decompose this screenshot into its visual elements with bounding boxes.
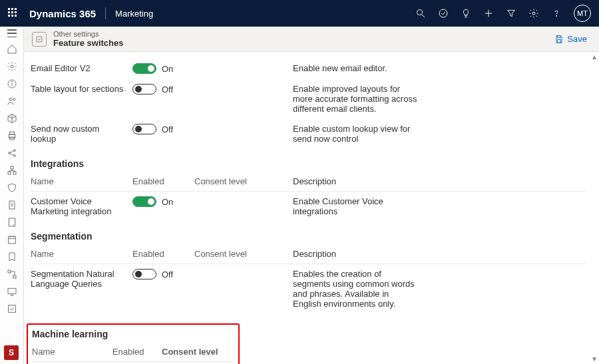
gear-icon[interactable]	[528, 8, 539, 19]
sidebar-app-badge[interactable]: S	[4, 345, 19, 360]
feature-description: Enable new email editor.	[293, 63, 419, 73]
feature-name: Table layout for sections	[31, 84, 127, 94]
feature-toggle[interactable]	[132, 84, 156, 94]
svg-line-19	[10, 151, 13, 153]
scroll-down-icon[interactable]: ▼	[591, 354, 598, 364]
page-title: Feature switches	[53, 38, 124, 48]
user-avatar[interactable]: MT	[574, 5, 591, 22]
feature-switches-icon	[32, 32, 47, 47]
info-icon[interactable]	[7, 79, 17, 89]
toggle-state-label: On	[162, 64, 173, 74]
toggle-state-label: Off	[162, 124, 173, 134]
svg-rect-23	[13, 172, 16, 174]
svg-point-11	[9, 98, 12, 100]
product-name: Dynamics 365	[29, 8, 96, 19]
feature-toggle[interactable]	[132, 63, 156, 74]
toggle-state-label: On	[162, 197, 173, 207]
search-icon[interactable]	[415, 8, 426, 19]
settings-icon[interactable]	[7, 61, 17, 72]
svg-point-7	[11, 65, 13, 68]
app-launcher-icon[interactable]	[8, 8, 19, 19]
shield-icon[interactable]	[7, 182, 17, 193]
feature-description: Enable improved layouts for more accurat…	[293, 84, 419, 114]
svg-point-12	[13, 98, 15, 100]
share-icon[interactable]	[7, 148, 17, 158]
feature-description: Enables the creation of segments using c…	[293, 269, 419, 309]
page-header: Other settings Feature switches Save	[24, 27, 599, 52]
column-headers: Name Enabled Consent level Description	[31, 244, 586, 264]
svg-rect-37	[8, 288, 16, 293]
breadcrumb: Other settings	[53, 30, 124, 38]
feature-toggle[interactable]	[132, 196, 156, 207]
svg-rect-41	[37, 37, 42, 42]
svg-rect-15	[9, 137, 14, 140]
module-name: Marketing	[115, 9, 153, 19]
svg-rect-42	[558, 35, 561, 37]
monitor-icon[interactable]	[7, 286, 17, 297]
feature-row: Email Editor V2 On Enable new email edit…	[31, 59, 586, 79]
save-label: Save	[567, 34, 587, 44]
feature-toggle[interactable]	[132, 124, 156, 134]
svg-rect-31	[8, 236, 15, 244]
feature-name: Email Editor V2	[31, 63, 127, 73]
feature-name: Customer Voice Marketing integration	[31, 196, 127, 216]
svg-line-20	[10, 154, 13, 156]
topbar-divider	[105, 7, 106, 19]
column-headers: Name Enabled Consent level Description	[31, 172, 586, 192]
people-icon[interactable]	[7, 96, 17, 106]
svg-rect-43	[558, 39, 561, 43]
svg-point-18	[13, 155, 15, 157]
form-icon[interactable]	[7, 217, 17, 228]
scrollbar[interactable]: ▲ ▼	[590, 52, 599, 364]
home-icon[interactable]	[7, 44, 17, 55]
svg-rect-30	[9, 218, 15, 226]
left-nav: S	[0, 27, 24, 364]
task-list-icon[interactable]	[7, 303, 17, 314]
nav-collapse-icon[interactable]	[7, 29, 17, 37]
calendar-icon[interactable]	[7, 234, 17, 245]
svg-point-2	[439, 9, 447, 17]
feature-row: Segmentation Natural Language Queries Of…	[31, 264, 586, 314]
flow-icon[interactable]	[7, 269, 17, 279]
svg-rect-14	[9, 132, 14, 134]
bookmark-icon[interactable]	[7, 252, 17, 262]
global-topbar: Dynamics 365 Marketing MT	[0, 0, 599, 27]
column-headers: Name Enabled Consent level	[32, 342, 234, 362]
plus-icon[interactable]	[483, 8, 494, 19]
scroll-up-icon[interactable]: ▲	[591, 52, 598, 62]
printer-icon[interactable]	[7, 130, 17, 141]
svg-point-5	[532, 12, 535, 15]
document-icon[interactable]	[7, 200, 17, 210]
feature-name: Send now custom lookup	[31, 124, 127, 144]
org-icon[interactable]	[7, 165, 17, 176]
task-icon[interactable]	[438, 8, 449, 19]
feature-toggle[interactable]	[132, 269, 156, 279]
svg-point-16	[8, 152, 10, 154]
feature-description: Enable Customer Voice integrations	[293, 196, 419, 216]
svg-rect-21	[11, 166, 13, 169]
svg-line-1	[422, 15, 425, 17]
feature-row: Customer Voice Marketing integration On …	[31, 192, 586, 222]
svg-rect-36	[13, 275, 16, 278]
topbar-actions: MT	[415, 5, 591, 22]
content-area: Email Editor V2 On Enable new email edit…	[24, 52, 599, 364]
filter-icon[interactable]	[506, 8, 516, 19]
help-icon[interactable]	[551, 8, 562, 19]
feature-row: Send now custom lookup Off Enable custom…	[31, 119, 586, 149]
toggle-state-label: Off	[162, 85, 173, 94]
save-button[interactable]: Save	[550, 31, 591, 47]
feature-row: Table layout for sections Off Enable imp…	[31, 79, 586, 119]
cube-icon[interactable]	[7, 113, 17, 124]
svg-rect-22	[8, 172, 11, 174]
feature-description: Enable custom lookup view for send now c…	[293, 124, 419, 144]
svg-rect-40	[8, 305, 15, 313]
toggle-state-label: Off	[162, 270, 173, 279]
svg-point-17	[13, 150, 15, 152]
highlighted-section: Machine learning Name Enabled Consent le…	[27, 323, 240, 364]
section-segmentation-title: Segmentation	[31, 231, 586, 242]
save-icon	[554, 35, 564, 44]
lightbulb-icon[interactable]	[461, 8, 471, 19]
svg-rect-35	[8, 270, 11, 273]
section-ml-title: Machine learning	[32, 329, 234, 339]
feature-name: Segmentation Natural Language Queries	[31, 269, 127, 289]
